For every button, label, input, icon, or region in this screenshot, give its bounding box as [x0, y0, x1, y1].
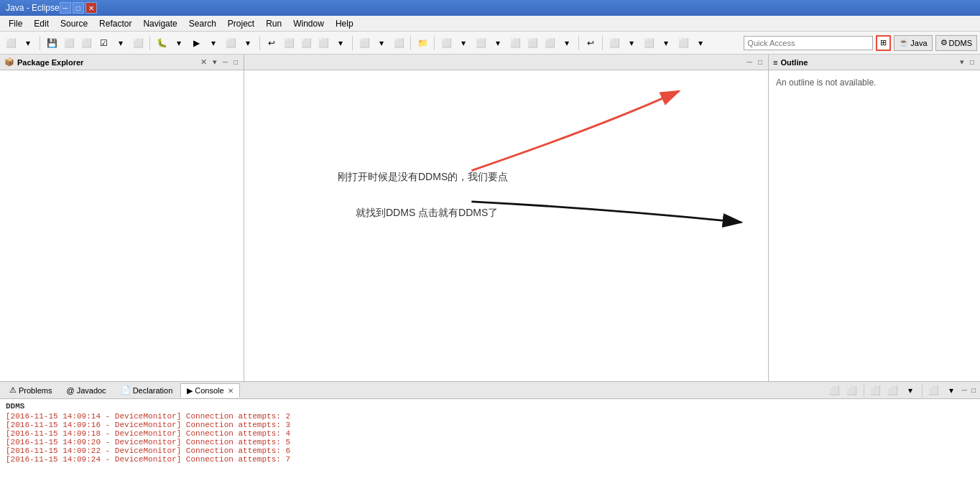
separator-5: [410, 36, 411, 50]
package-explorer-icon: 📦: [4, 57, 14, 67]
console-line: [2016-11-15 14:09:20 - DeviceMonitor] Co…: [6, 438, 974, 446]
tb-btn-13[interactable]: ⬜: [281, 34, 297, 52]
tb-btn-23[interactable]: ⬜: [473, 34, 489, 52]
tb-btn-7[interactable]: ⬜: [130, 34, 146, 52]
editor-max-button[interactable]: □: [757, 58, 764, 66]
console-title: DDMS: [6, 402, 974, 411]
tb-btn-12[interactable]: ↩: [264, 34, 279, 52]
package-explorer-min[interactable]: ─: [221, 58, 229, 66]
tab-javadoc[interactable]: @ Javadoc: [60, 383, 112, 398]
console-tb-5[interactable]: ▾: [902, 382, 918, 399]
console-close-icon[interactable]: ✕: [228, 387, 234, 395]
console-tb-7[interactable]: ▾: [943, 382, 959, 399]
problems-label: Problems: [19, 386, 52, 395]
tb-btn-28[interactable]: ▾: [559, 34, 575, 52]
tb-btn-14[interactable]: ⬜: [298, 34, 314, 52]
menu-source[interactable]: Source: [55, 17, 93, 30]
tb-btn-35[interactable]: ▾: [693, 34, 708, 52]
tb-run[interactable]: ▶: [188, 34, 204, 52]
bottom-area: ⚠ Problems @ Javadoc 📄 Declaration ▶ Con…: [0, 381, 980, 496]
tb-btn-11[interactable]: ▾: [240, 34, 256, 52]
tb-btn-5[interactable]: ☑: [96, 34, 111, 52]
console-tb-4[interactable]: ⬜: [885, 382, 901, 399]
bottom-tabs: ⚠ Problems @ Javadoc 📄 Declaration ▶ Con…: [0, 382, 980, 399]
menu-file[interactable]: File: [3, 17, 28, 30]
bottom-max-button[interactable]: □: [970, 386, 977, 394]
outline-max-button[interactable]: □: [969, 58, 976, 66]
main-layout: 📦 Package Explorer ✕ ▾ ─ □ ─ □: [0, 55, 980, 496]
tb-btn-3[interactable]: ⬜: [61, 34, 77, 52]
tab-declaration[interactable]: 📄 Declaration: [114, 383, 180, 398]
declaration-label: Declaration: [133, 386, 173, 395]
minimize-button[interactable]: ─: [60, 2, 71, 14]
tb-btn-2[interactable]: ▾: [20, 34, 36, 52]
window-controls: ─ □ ✕: [60, 2, 97, 14]
tb-btn-22[interactable]: ▾: [456, 34, 471, 52]
outline-dropdown-icon[interactable]: ▾: [958, 57, 966, 67]
javadoc-label: Javadoc: [77, 386, 106, 395]
tb-btn-19[interactable]: ⬜: [391, 34, 407, 52]
tab-console[interactable]: ▶ Console ✕: [180, 383, 239, 398]
editor-min-button[interactable]: ─: [746, 58, 754, 66]
tb-btn-16[interactable]: ▾: [333, 34, 348, 52]
menu-edit[interactable]: Edit: [28, 17, 55, 30]
tb-btn-4[interactable]: ⬜: [78, 34, 94, 52]
tb-btn-15[interactable]: ⬜: [315, 34, 331, 52]
close-button[interactable]: ✕: [85, 2, 97, 14]
menu-window[interactable]: Window: [287, 17, 330, 30]
tb-btn-20[interactable]: 📁: [415, 34, 430, 52]
tb-btn-31[interactable]: ▾: [624, 34, 639, 52]
console-tb-1[interactable]: ⬜: [827, 382, 843, 399]
tb-save[interactable]: 💾: [44, 34, 60, 52]
menu-bar: File Edit Source Refactor Navigate Searc…: [0, 16, 980, 32]
menu-refactor[interactable]: Refactor: [93, 17, 137, 30]
perspective-ddms-button[interactable]: ⚙ DDMS: [935, 35, 977, 51]
menu-help[interactable]: Help: [330, 17, 359, 30]
tb-btn-34[interactable]: ⬜: [675, 34, 691, 52]
package-explorer-max[interactable]: □: [232, 58, 239, 66]
tb-btn-33[interactable]: ▾: [658, 34, 674, 52]
tab-problems[interactable]: ⚠ Problems: [3, 383, 58, 398]
tb-btn-6[interactable]: ▾: [113, 34, 129, 52]
tb-btn-24[interactable]: ▾: [490, 34, 506, 52]
toolbar: ⬜ ▾ 💾 ⬜ ⬜ ☑ ▾ ⬜ 🐛 ▾ ▶ ▾ ⬜ ▾ ↩ ⬜ ⬜ ⬜ ▾ ⬜ …: [0, 32, 980, 55]
console-line: [2016-11-15 14:09:24 - DeviceMonitor] Co…: [6, 455, 974, 464]
console-tb-2[interactable]: ⬜: [844, 382, 860, 399]
menu-project[interactable]: Project: [222, 17, 260, 30]
tb-btn-25[interactable]: ⬜: [507, 34, 523, 52]
tb-btn-27[interactable]: ⬜: [542, 34, 558, 52]
outline-content: An outline is not available.: [769, 70, 980, 95]
tb-debug[interactable]: 🐛: [154, 34, 170, 52]
menu-search[interactable]: Search: [183, 17, 222, 30]
tb-btn-9[interactable]: ▾: [205, 34, 221, 52]
tb-btn-26[interactable]: ⬜: [524, 34, 540, 52]
separator-3: [259, 36, 260, 50]
separator-1: [40, 36, 40, 50]
tb-btn-21[interactable]: ⬜: [438, 34, 454, 52]
tb-btn-32[interactable]: ⬜: [641, 34, 657, 52]
package-explorer-close[interactable]: ✕: [199, 57, 208, 67]
perspective-layout-button[interactable]: ⊞: [876, 35, 891, 51]
maximize-button[interactable]: □: [73, 2, 84, 14]
tb-btn-18[interactable]: ▾: [374, 34, 389, 52]
tb-btn-29[interactable]: ↩: [583, 34, 598, 52]
package-explorer-header: 📦 Package Explorer ✕ ▾ ─ □: [0, 55, 244, 70]
console-tb-3[interactable]: ⬜: [868, 382, 884, 399]
quick-access-input[interactable]: [744, 36, 873, 50]
tb-btn-10[interactable]: ⬜: [223, 34, 239, 52]
console-tb-6[interactable]: ⬜: [926, 382, 942, 399]
new-button[interactable]: ⬜: [3, 34, 19, 52]
title-bar: Java - Eclipse ─ □ ✕: [0, 0, 980, 16]
tb-btn-8[interactable]: ▾: [171, 34, 187, 52]
package-explorer-collapse[interactable]: ▾: [211, 57, 218, 67]
menu-navigate[interactable]: Navigate: [137, 17, 182, 30]
perspective-java-button[interactable]: ☕ Java: [894, 35, 932, 51]
tb-btn-30[interactable]: ⬜: [606, 34, 622, 52]
declaration-icon: 📄: [121, 385, 131, 395]
javadoc-icon: @: [66, 386, 74, 395]
tb-btn-17[interactable]: ⬜: [356, 34, 372, 52]
menu-run[interactable]: Run: [260, 17, 287, 30]
console-content[interactable]: DDMS [2016-11-15 14:09:14 - DeviceMonito…: [0, 399, 980, 496]
console-line: [2016-11-15 14:09:18 - DeviceMonitor] Co…: [6, 429, 974, 438]
bottom-min-button[interactable]: ─: [961, 386, 969, 394]
